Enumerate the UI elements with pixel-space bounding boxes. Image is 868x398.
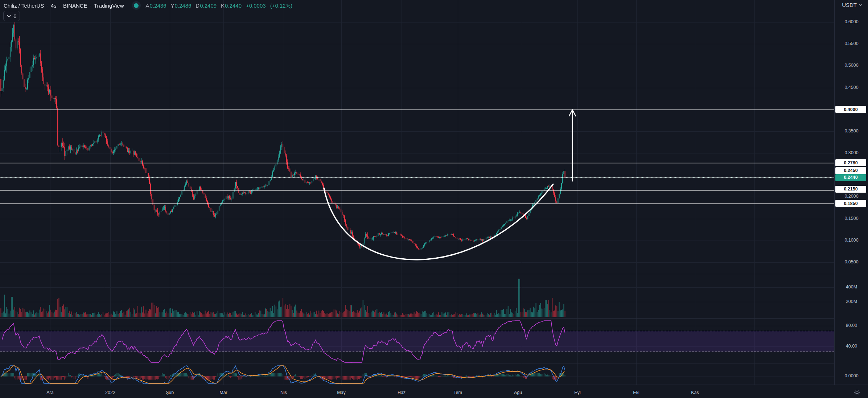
chart-legend: Chiliz / TetherUS · 4s · BINANCE · Tradi… — [4, 1, 292, 10]
time-axis[interactable]: Ara2022ŞubMarNisMayHazTemAğuEylEkiKas — [0, 385, 868, 398]
price-tick-label: 0.3500 — [835, 128, 868, 134]
ohlc-values: A0.2436 Y0.2486 D0.2409 K0.2440 +0.0003 … — [146, 3, 292, 9]
price-tick-label: 0.0500 — [835, 259, 868, 264]
open-label: A — [146, 3, 149, 9]
platform-label: TradingView — [94, 3, 124, 9]
price-tick-label: 0.6000 — [835, 19, 868, 24]
price-tick-label: 0.5000 — [835, 63, 868, 68]
price-tick-label: 0.3000 — [835, 150, 868, 155]
tradingview-chart-page: { "header": { "symbol_title": "Chiliz / … — [0, 0, 868, 398]
interval-label[interactable]: 4s — [51, 3, 57, 9]
close-label: K — [221, 3, 225, 9]
time-tick-label: Ara — [46, 390, 53, 395]
time-tick-label: Kas — [691, 390, 699, 395]
high-label: Y — [170, 3, 174, 9]
open-value: 0.2436 — [150, 3, 166, 9]
price-axis[interactable]: 0.60000.55000.50000.45000.35000.30000.20… — [834, 0, 868, 385]
separator-dot: · — [59, 3, 61, 8]
exchange-label: BINANCE — [63, 3, 87, 9]
time-tick-label: 2022 — [105, 390, 115, 395]
last-price-label: 0.2440 — [835, 174, 866, 181]
drawing-price-label: 0.2450 — [835, 167, 866, 174]
change-percent: (+0.12%) — [270, 3, 292, 9]
sun-icon[interactable] — [854, 389, 860, 395]
osc-tick-label: 0.0000 — [835, 373, 868, 378]
price-tick-label: 0.1000 — [835, 238, 868, 243]
chart-canvas[interactable] — [0, 0, 834, 385]
drawing-price-label: 0.2150 — [835, 186, 866, 193]
market-status-dot — [132, 1, 141, 10]
time-tick-label: Haz — [398, 390, 406, 395]
drawing-price-label: 0.1850 — [835, 200, 866, 207]
separator-dot: · — [90, 3, 91, 8]
high-value: 0.2486 — [174, 3, 191, 9]
low-label: D — [196, 3, 199, 9]
volume-tick-label: 200M — [835, 299, 868, 304]
price-tick-label: 0.2000 — [835, 194, 868, 199]
drawing-price-label: 0.2780 — [835, 159, 866, 166]
time-tick-label: Eyl — [574, 390, 580, 395]
currency-label: USDT — [842, 2, 857, 8]
currency-selector[interactable]: USDT — [842, 2, 862, 8]
time-tick-label: Şub — [166, 390, 174, 395]
price-tick-label: 0.4500 — [835, 85, 868, 90]
time-tick-label: Tem — [453, 390, 462, 395]
time-tick-label: Nis — [280, 390, 287, 395]
object-count-label: 6 — [13, 13, 16, 19]
low-value: 0.2409 — [200, 3, 217, 9]
drawing-price-label: 0.4000 — [835, 106, 866, 113]
chevron-down-icon — [859, 4, 862, 6]
time-tick-label: May — [337, 390, 346, 395]
price-tick-label: 0.5500 — [835, 41, 868, 46]
price-tick-label: 0.1500 — [835, 216, 868, 221]
rsi-tick-label: 40.00 — [835, 344, 868, 349]
close-value: 0.2440 — [225, 3, 242, 9]
time-tick-label: Eki — [633, 390, 639, 395]
time-tick-label: Ağu — [514, 390, 522, 395]
chevron-down-icon — [7, 15, 11, 17]
separator-dot: · — [46, 3, 48, 8]
symbol-title[interactable]: Chiliz / TetherUS — [4, 3, 44, 9]
time-tick-label: Mar — [219, 390, 227, 395]
change-value: +0.0003 — [246, 3, 266, 9]
rsi-tick-label: 80.00 — [835, 323, 868, 328]
object-tree-badge[interactable]: 6 — [3, 11, 20, 21]
volume-tick-label: 400M — [835, 284, 868, 290]
